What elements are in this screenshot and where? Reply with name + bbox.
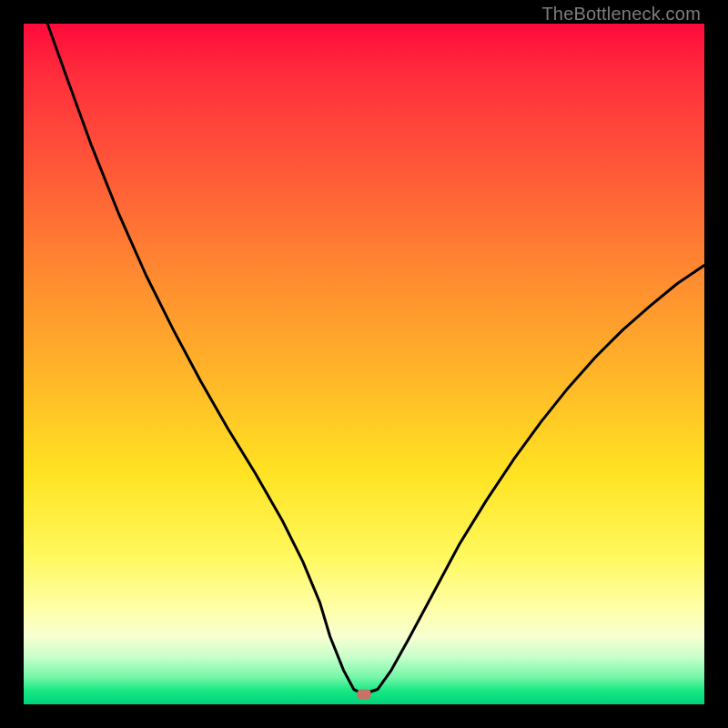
- plot-area: [24, 24, 704, 704]
- chart-frame: TheBottleneck.com: [0, 0, 728, 728]
- bottleneck-curve: [24, 24, 704, 704]
- optimal-marker: [357, 689, 371, 699]
- watermark-text: TheBottleneck.com: [541, 4, 701, 25]
